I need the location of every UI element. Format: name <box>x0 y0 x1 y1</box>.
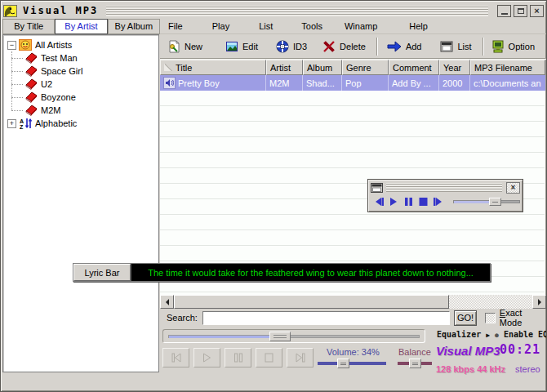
tree-item-artist[interactable]: Boyzone <box>11 91 157 104</box>
title-bar[interactable]: Visual MP3 × <box>3 3 544 18</box>
menu-tools[interactable]: Tools <box>296 20 327 33</box>
cell-genre: Pop <box>342 75 389 91</box>
speaker-icon <box>163 77 176 89</box>
tree-item-alphabetic[interactable]: + A Z Alphabetic <box>5 117 157 130</box>
book-icon <box>24 91 38 103</box>
edit-button[interactable]: Edit <box>223 38 260 55</box>
tree-connector <box>11 58 23 59</box>
menu-list[interactable]: List <box>254 20 278 33</box>
menu-file[interactable]: File <box>163 20 188 33</box>
id3-label: ID3 <box>293 42 307 51</box>
expand-icon[interactable]: + <box>7 119 16 128</box>
cell-text: M2M <box>269 78 289 88</box>
tree-root-all-artists[interactable]: − All Artists <box>5 38 157 51</box>
close-button[interactable]: × <box>530 5 544 17</box>
cell-text: c:\Documents an <box>474 78 541 88</box>
bitrate-label: 128 kbps 44 kHz <box>436 364 505 374</box>
tab-by-title[interactable]: By Title <box>2 19 55 34</box>
mini-slider-thumb[interactable] <box>489 198 501 206</box>
toolbar-separator <box>483 38 484 56</box>
equalizer-line[interactable]: Equalizer ▶ ● Enable EQ <box>437 330 545 339</box>
edit-image-icon <box>225 40 238 53</box>
book-icon <box>24 78 38 90</box>
arrow-right-icon <box>538 299 541 305</box>
mini-player-titlebar[interactable]: × <box>371 181 520 194</box>
volume-thumb[interactable] <box>337 359 349 368</box>
balance-thumb[interactable] <box>409 359 421 368</box>
seek-thumb[interactable] <box>269 332 291 341</box>
id3-button[interactable]: ID3 <box>274 38 309 55</box>
tab-by-artist[interactable]: By Artist <box>55 19 107 34</box>
list-button[interactable]: List <box>438 39 474 54</box>
book-icon <box>24 65 38 77</box>
mini-player-close-button[interactable]: × <box>506 182 520 194</box>
mini-pause-button[interactable] <box>402 195 415 208</box>
tree-item-label: Test Man <box>41 53 78 63</box>
next-button[interactable] <box>287 348 314 368</box>
tab-by-album[interactable]: By Album <box>108 19 160 34</box>
mini-stop-button[interactable] <box>417 195 430 208</box>
delete-button[interactable]: Delete <box>320 38 368 55</box>
scrollbar-thumb[interactable] <box>174 295 449 309</box>
toolbar: New Edit ID3 Delete <box>160 33 546 59</box>
titlebar-grip[interactable] <box>106 6 488 16</box>
add-button[interactable]: Add <box>385 39 425 54</box>
search-input[interactable] <box>202 311 450 325</box>
mini-player-grip[interactable] <box>386 183 502 192</box>
column-header-year[interactable]: Year <box>439 60 470 75</box>
mini-play-button[interactable] <box>387 195 400 208</box>
column-header-artist[interactable]: Artist <box>266 60 303 75</box>
tree-item-artist[interactable]: Space Girl <box>11 65 157 78</box>
add-label: Add <box>406 42 422 51</box>
mini-slider-fill <box>454 201 493 203</box>
menu-play[interactable]: Play <box>207 20 234 33</box>
mini-prev-button[interactable] <box>372 195 385 208</box>
column-header-title[interactable]: Title <box>160 60 266 75</box>
mini-player-window[interactable]: × <box>367 179 523 212</box>
horizontal-scrollbar[interactable] <box>160 295 546 309</box>
column-label: Genre <box>346 63 371 73</box>
mini-next-button[interactable] <box>432 195 445 208</box>
previous-button[interactable] <box>162 348 189 368</box>
minimize-button[interactable] <box>497 5 511 17</box>
cell-text: Add By ... <box>392 78 431 88</box>
tree-item-artist[interactable]: U2 <box>11 78 157 91</box>
menu-winamp[interactable]: Winamp <box>340 20 382 33</box>
lyric-bar-button[interactable]: Lyric Bar <box>73 264 131 281</box>
pause-button[interactable] <box>225 348 251 368</box>
column-label: Artist <box>270 63 291 73</box>
balance-slider[interactable] <box>398 359 432 368</box>
go-button[interactable]: GO! <box>454 310 477 326</box>
lyric-display: The time it would take for the feathered… <box>131 264 490 281</box>
play-button[interactable] <box>193 348 220 368</box>
column-header-filename[interactable]: MP3 Filename <box>470 60 545 75</box>
menu-help[interactable]: Help <box>404 20 433 33</box>
previous-icon <box>374 197 385 207</box>
column-header-album[interactable]: Album <box>303 60 342 75</box>
equalizer-label[interactable]: Equalizer <box>437 330 481 339</box>
enable-eq-radio-icon[interactable]: ● <box>495 332 499 339</box>
exact-mode-checkbox[interactable] <box>485 313 496 323</box>
column-header-genre[interactable]: Genre <box>342 60 389 75</box>
window-title: Visual MP3 <box>23 5 106 16</box>
stop-button[interactable] <box>256 348 282 368</box>
volume-track[interactable] <box>318 362 386 365</box>
seek-slider[interactable] <box>162 329 425 343</box>
column-header-comment[interactable]: Comment <box>389 60 439 75</box>
svg-text:Z: Z <box>20 124 24 130</box>
option-button[interactable]: Option <box>489 38 537 55</box>
collapse-icon[interactable]: − <box>7 41 16 50</box>
new-button[interactable]: New <box>165 38 205 55</box>
scroll-right-button[interactable] <box>532 295 546 309</box>
pause-icon <box>233 353 243 363</box>
tree-item-artist[interactable]: M2M <box>11 104 157 117</box>
maximize-button[interactable] <box>514 5 527 17</box>
visual-mp3-logo: Visual MP3 <box>436 344 500 358</box>
table-row-selected[interactable]: Pretty Boy M2M Shad... Pop Add By ... 20… <box>160 75 545 91</box>
scroll-left-button[interactable] <box>160 295 174 309</box>
mini-seek-slider[interactable] <box>453 198 520 206</box>
column-label: Year <box>443 63 461 73</box>
enable-eq-label[interactable]: Enable EQ <box>504 330 547 339</box>
volume-slider[interactable] <box>318 359 386 368</box>
tree-item-artist[interactable]: Test Man <box>11 51 157 65</box>
